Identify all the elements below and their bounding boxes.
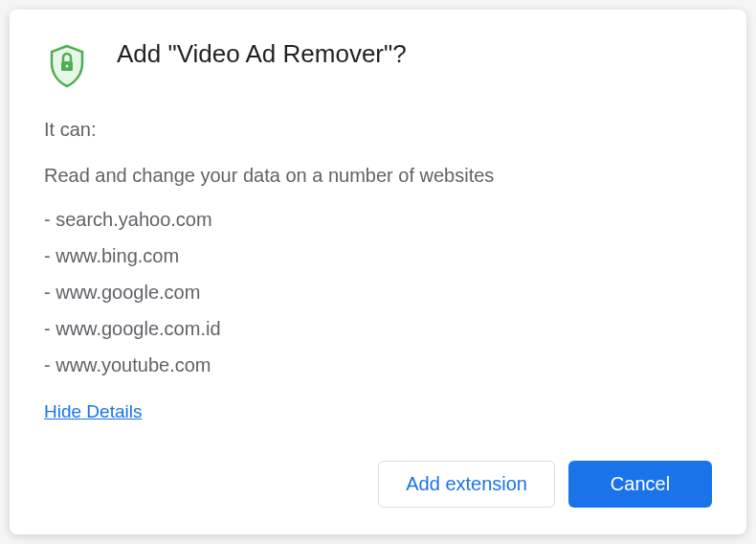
extension-install-dialog: Add "Video Ad Remover"? It can: Read and… — [10, 10, 746, 534]
site-item: - search.yahoo.com — [44, 205, 712, 234]
permissions-section: It can: Read and change your data on a n… — [44, 115, 712, 426]
site-list: - search.yahoo.com- www.bing.com- www.go… — [44, 205, 712, 379]
extension-shield-icon — [44, 42, 90, 88]
permission-description: Read and change your data on a number of… — [44, 161, 712, 190]
site-item: - www.bing.com — [44, 241, 712, 270]
hide-details-link[interactable]: Hide Details — [44, 398, 142, 426]
dialog-header: Add "Video Ad Remover"? — [44, 38, 712, 88]
site-item: - www.google.com.id — [44, 314, 712, 343]
site-item: - www.google.com — [44, 278, 712, 306]
it-can-label: It can: — [44, 115, 712, 144]
dialog-title: Add "Video Ad Remover"? — [117, 38, 407, 71]
svg-point-1 — [66, 65, 69, 68]
dialog-buttons: Add extension Cancel — [44, 442, 712, 508]
cancel-button[interactable]: Cancel — [568, 461, 712, 508]
add-extension-button[interactable]: Add extension — [378, 461, 555, 508]
site-item: - www.youtube.com — [44, 351, 712, 379]
